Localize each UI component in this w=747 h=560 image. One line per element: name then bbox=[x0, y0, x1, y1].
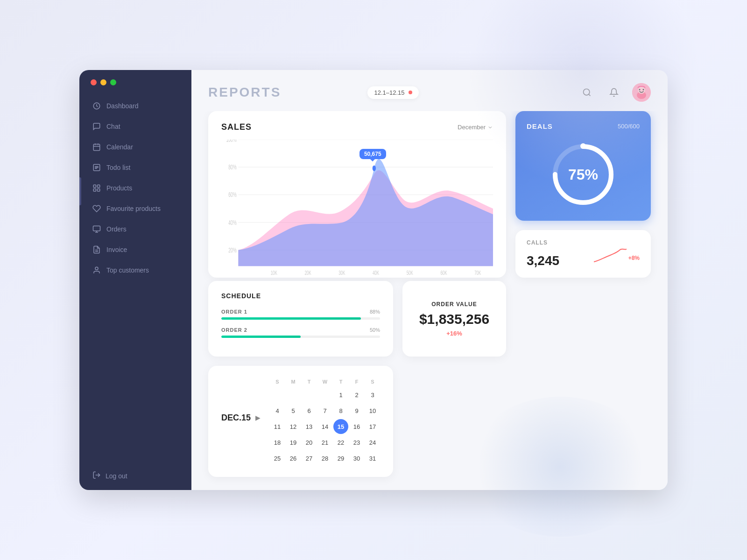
sidebar-item-todolist[interactable]: Todo list bbox=[87, 158, 184, 177]
cal-day-20[interactable]: 20 bbox=[302, 435, 317, 450]
svg-rect-13 bbox=[93, 226, 100, 231]
sidebar-label-topcustomers: Top customers bbox=[106, 266, 149, 274]
sidebar-item-favourite[interactable]: Favourite products bbox=[87, 199, 184, 218]
date-indicator-dot bbox=[409, 91, 412, 94]
sidebar-item-dashboard[interactable]: Dashboard bbox=[87, 97, 184, 115]
cal-day-11[interactable]: 11 bbox=[270, 419, 285, 434]
schedule-item-2-header: ORDER 2 50% bbox=[221, 327, 380, 333]
cal-day-7[interactable]: 7 bbox=[317, 403, 332, 418]
svg-text:70K: 70K bbox=[474, 269, 481, 276]
svg-text:50K: 50K bbox=[407, 269, 414, 276]
donut-chart: 75% bbox=[548, 140, 618, 210]
cal-day-empty-1 bbox=[270, 387, 285, 402]
cal-header-w: W bbox=[317, 377, 332, 386]
sidebar-label-favourite: Favourite products bbox=[106, 205, 161, 212]
cal-day-29[interactable]: 29 bbox=[333, 451, 348, 466]
cal-day-26[interactable]: 26 bbox=[286, 451, 301, 466]
cal-day-16[interactable]: 16 bbox=[349, 419, 364, 434]
calendar-month-title: DEC.15 bbox=[221, 413, 251, 423]
calls-trend-pct: +8% bbox=[628, 255, 640, 261]
cal-day-5[interactable]: 5 bbox=[286, 403, 301, 418]
sales-chart-card: SALES December bbox=[208, 111, 506, 278]
logout-button[interactable]: Log out bbox=[79, 462, 191, 490]
cal-day-21[interactable]: 21 bbox=[317, 435, 332, 450]
cal-day-17[interactable]: 17 bbox=[365, 419, 380, 434]
calendar-next-button[interactable]: ▶ bbox=[255, 414, 261, 421]
calls-mini-chart bbox=[594, 248, 627, 268]
schedule-item-1-name: ORDER 1 bbox=[221, 309, 247, 315]
cal-day-3[interactable]: 3 bbox=[365, 387, 380, 402]
cal-day-9[interactable]: 9 bbox=[349, 403, 364, 418]
chat-icon bbox=[92, 122, 101, 131]
cal-day-27[interactable]: 27 bbox=[302, 451, 317, 466]
schedule-item-1-bar bbox=[221, 317, 380, 320]
cal-day-12[interactable]: 12 bbox=[286, 419, 301, 434]
svg-text:10K: 10K bbox=[271, 269, 278, 276]
svg-point-37 bbox=[373, 166, 376, 171]
traffic-light-yellow[interactable] bbox=[100, 79, 106, 85]
cal-day-13[interactable]: 13 bbox=[302, 419, 317, 434]
cal-day-10[interactable]: 10 bbox=[365, 403, 380, 418]
cal-day-31[interactable]: 31 bbox=[365, 451, 380, 466]
cal-day-4[interactable]: 4 bbox=[270, 403, 285, 418]
sales-chart-area: 100% 80% 60% 40% 20% bbox=[221, 140, 493, 278]
sidebar-item-orders[interactable]: Orders bbox=[87, 220, 184, 238]
sidebar-active-indicator bbox=[79, 177, 81, 205]
cal-header-f: F bbox=[349, 377, 364, 386]
sidebar-item-topcustomers[interactable]: Top customers bbox=[87, 261, 184, 280]
schedule-item-2-bar bbox=[221, 336, 380, 338]
calls-label: CALLS bbox=[527, 239, 640, 246]
cal-day-15-today[interactable]: 15 bbox=[333, 419, 348, 434]
list-icon bbox=[92, 163, 101, 172]
traffic-light-green[interactable] bbox=[110, 79, 116, 85]
sidebar-label-products: Products bbox=[106, 184, 132, 192]
cal-day-empty-2 bbox=[286, 387, 301, 402]
sidebar-label-dashboard: Dashboard bbox=[106, 102, 139, 110]
donut-indicator-dot bbox=[580, 143, 586, 149]
sidebar-item-invoice[interactable]: Invoice bbox=[87, 240, 184, 259]
sales-header: SALES December bbox=[221, 122, 493, 132]
svg-rect-1 bbox=[93, 144, 100, 151]
cal-day-14[interactable]: 14 bbox=[317, 419, 332, 434]
cal-day-22[interactable]: 22 bbox=[333, 435, 348, 450]
cal-header-t1: T bbox=[302, 377, 317, 386]
user-icon bbox=[92, 266, 101, 274]
svg-text:40%: 40% bbox=[228, 218, 237, 226]
cal-day-24[interactable]: 24 bbox=[365, 435, 380, 450]
cal-day-28[interactable]: 28 bbox=[317, 451, 332, 466]
cal-day-25[interactable]: 25 bbox=[270, 451, 285, 466]
sidebar-item-products[interactable]: Products bbox=[87, 179, 184, 197]
calls-trend: +8% bbox=[594, 248, 640, 268]
cal-day-18[interactable]: 18 bbox=[270, 435, 285, 450]
cal-day-19[interactable]: 19 bbox=[286, 435, 301, 450]
cal-day-23[interactable]: 23 bbox=[349, 435, 364, 450]
sidebar-item-calendar[interactable]: Calendar bbox=[87, 138, 184, 156]
traffic-lights bbox=[79, 70, 191, 97]
logout-icon bbox=[92, 471, 101, 481]
traffic-light-red[interactable] bbox=[91, 79, 97, 85]
svg-rect-12 bbox=[98, 189, 100, 191]
schedule-item-2-fill bbox=[221, 336, 301, 338]
schedule-item-1-pct: 88% bbox=[370, 309, 380, 315]
sidebar-nav: Dashboard Chat Calendar bbox=[79, 97, 191, 462]
schedule-item-1-header: ORDER 1 88% bbox=[221, 309, 380, 315]
calendar-grid: S M T W T F S 1 2 3 bbox=[270, 377, 380, 466]
cal-day-6[interactable]: 6 bbox=[302, 403, 317, 418]
calendar-card: DEC.15 ▶ S M T W T F S bbox=[208, 366, 393, 477]
cal-day-1[interactable]: 1 bbox=[333, 387, 348, 402]
sales-chart-svg: 100% 80% 60% 40% 20% bbox=[221, 140, 493, 278]
sidebar: Dashboard Chat Calendar bbox=[79, 70, 191, 490]
svg-rect-9 bbox=[93, 185, 96, 187]
svg-text:20K: 20K bbox=[304, 269, 311, 276]
cal-day-30[interactable]: 30 bbox=[349, 451, 364, 466]
date-range-badge[interactable]: 12.1–12.15 bbox=[367, 86, 418, 99]
cal-day-2[interactable]: 2 bbox=[349, 387, 364, 402]
order-value-trend: +16% bbox=[446, 330, 462, 337]
order-value-amount: $1,835,256 bbox=[419, 311, 489, 327]
sidebar-item-chat[interactable]: Chat bbox=[87, 117, 184, 136]
sidebar-label-chat: Chat bbox=[106, 123, 120, 130]
invoice-icon bbox=[92, 245, 101, 254]
order-value-label: ORDER VALUE bbox=[431, 301, 477, 308]
cal-day-8[interactable]: 8 bbox=[333, 403, 348, 418]
svg-text:80%: 80% bbox=[228, 163, 237, 171]
